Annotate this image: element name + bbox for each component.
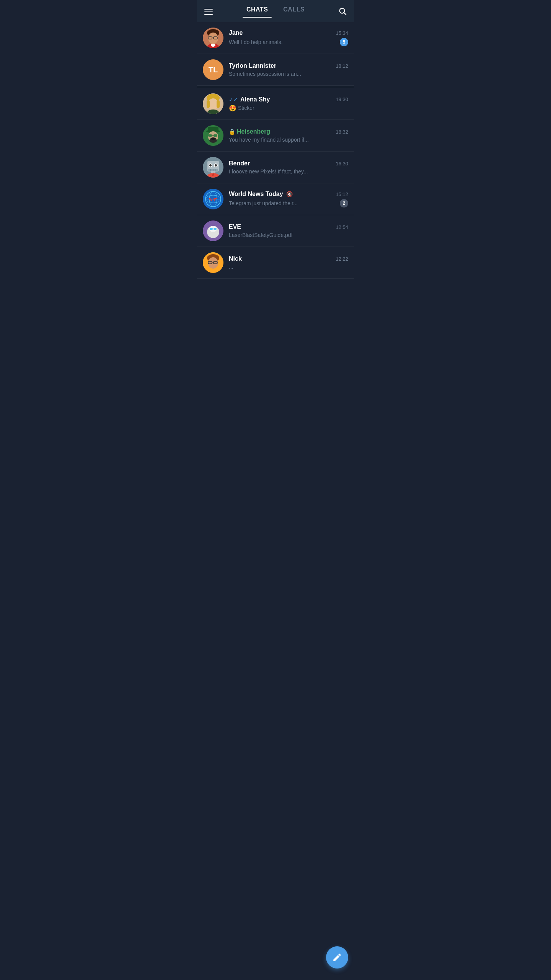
chat-item-alena[interactable]: ✓✓ Alena Shy 19:30 😍 Sticker — [197, 86, 354, 120]
svg-rect-20 — [208, 134, 212, 137]
chat-time-alena: 19:30 — [336, 96, 348, 102]
chat-name-row-jane: Jane 15:34 — [229, 29, 348, 36]
header: CHATS CALLS — [197, 0, 354, 22]
svg-point-47 — [210, 228, 213, 230]
svg-point-24 — [210, 137, 216, 140]
chat-preview-heisenberg: You have my financial support if... — [229, 137, 348, 143]
chat-content-heisenberg: 🔒 Heisenberg 18:32 You have my financial… — [229, 128, 348, 143]
badge-wnt: 2 — [340, 199, 348, 207]
chat-name-bender: Bender — [229, 160, 250, 167]
svg-point-29 — [209, 164, 212, 167]
chat-item-nick[interactable]: Nick 12:22 ... — [197, 247, 354, 279]
chat-list: Jane 15:34 Well I do help animals. 5 TL … — [197, 22, 354, 279]
chat-content-eve: EVE 12:54 LaserBlastSafetyGuide.pdf — [229, 224, 348, 238]
chat-content-nick: Nick 12:22 ... — [229, 255, 348, 270]
svg-text:WNT: WNT — [209, 198, 217, 201]
avatar-wnt: WNT — [203, 189, 223, 209]
avatar-tyrion: TL — [203, 59, 223, 80]
chat-name-jane: Jane — [229, 29, 243, 36]
chat-name-row-wnt: World News Today 🔇 15:12 — [229, 191, 348, 198]
chat-time-wnt: 15:12 — [336, 191, 348, 197]
chat-name-wrap-heisenberg: 🔒 Heisenberg — [229, 128, 270, 135]
header-top: CHATS CALLS — [204, 6, 347, 22]
badge-jane: 5 — [340, 38, 348, 46]
chat-time-eve: 12:54 — [336, 224, 348, 230]
mute-icon-wnt: 🔇 — [286, 191, 293, 197]
chat-item-bender[interactable]: Bender 16:30 I looove new Pixels! If fac… — [197, 152, 354, 183]
chat-preview-jane: Well I do help animals. — [229, 39, 337, 45]
chat-preview-row-nick: ... — [229, 264, 348, 270]
chat-preview-row-alena: 😍 Sticker — [229, 105, 348, 112]
header-tabs: CHATS CALLS — [239, 6, 312, 18]
chat-name-wrap-alena: ✓✓ Alena Shy — [229, 96, 270, 103]
chat-name-row-heisenberg: 🔒 Heisenberg 18:32 — [229, 128, 348, 135]
avatar-eve — [203, 220, 223, 241]
menu-icon[interactable] — [204, 9, 213, 15]
chat-item-jane[interactable]: Jane 15:34 Well I do help animals. 5 — [197, 22, 354, 54]
svg-rect-18 — [208, 127, 218, 132]
chat-name-tyrion: Tyrion Lannister — [229, 62, 276, 69]
chat-preview-row-heisenberg: You have my financial support if... — [229, 137, 348, 143]
chat-name-wrap-wnt: World News Today 🔇 — [229, 191, 293, 198]
chat-time-jane: 15:34 — [336, 30, 348, 36]
chat-preview-row-tyrion: Sometimes possession is an... — [229, 71, 348, 77]
svg-rect-13 — [207, 100, 210, 108]
chat-name-alena: Alena Shy — [240, 96, 270, 103]
avatar-nick — [203, 252, 223, 273]
compose-fab[interactable] — [326, 946, 348, 969]
chat-name-nick: Nick — [229, 255, 242, 262]
chat-item-heisenberg[interactable]: 🔒 Heisenberg 18:32 You have my financial… — [197, 120, 354, 152]
chat-name-row-eve: EVE 12:54 — [229, 224, 348, 230]
svg-rect-14 — [217, 100, 220, 108]
chat-preview-row-bender: I looove new Pixels! If fact, they... — [229, 168, 348, 175]
chat-name-eve: EVE — [229, 224, 241, 230]
chat-preview-bender: I looove new Pixels! If fact, they... — [229, 168, 348, 175]
double-check-alena: ✓✓ — [229, 96, 238, 103]
svg-point-9 — [211, 44, 215, 47]
chat-preview-row-jane: Well I do help animals. 5 — [229, 38, 348, 46]
chat-preview-left-alena: 😍 Sticker — [229, 105, 348, 112]
svg-point-4 — [208, 33, 218, 44]
chat-content-tyrion: Tyrion Lannister 18:12 Sometimes possess… — [229, 62, 348, 77]
chat-time-heisenberg: 18:32 — [336, 129, 348, 135]
chat-time-nick: 12:22 — [336, 256, 348, 262]
svg-rect-21 — [214, 134, 217, 137]
chat-name-wnt: World News Today — [229, 191, 283, 198]
pencil-icon — [332, 952, 342, 962]
chat-preview-nick: ... — [229, 264, 348, 270]
chat-preview-row-wnt: Telegram just updated their... 2 — [229, 199, 348, 207]
svg-point-48 — [214, 228, 217, 230]
avatar-jane — [203, 28, 223, 48]
search-button[interactable] — [338, 7, 347, 17]
chat-content-alena: ✓✓ Alena Shy 19:30 😍 Sticker — [229, 96, 348, 112]
chat-preview-eve: LaserBlastSafetyGuide.pdf — [229, 232, 348, 238]
chat-time-bender: 16:30 — [336, 161, 348, 167]
chat-preview-row-eve: LaserBlastSafetyGuide.pdf — [229, 232, 348, 238]
avatar-heisenberg — [203, 125, 223, 146]
chat-content-bender: Bender 16:30 I looove new Pixels! If fac… — [229, 160, 348, 175]
chat-name-row-bender: Bender 16:30 — [229, 160, 348, 167]
avatar-bender — [203, 157, 223, 178]
chat-time-tyrion: 18:12 — [336, 63, 348, 69]
svg-rect-49 — [212, 232, 215, 234]
tab-calls[interactable]: CALLS — [276, 6, 312, 18]
chat-item-tyrion[interactable]: TL Tyrion Lannister 18:12 Sometimes poss… — [197, 54, 354, 86]
chat-content-jane: Jane 15:34 Well I do help animals. 5 — [229, 29, 348, 46]
chat-preview-tyrion: Sometimes possession is an... — [229, 71, 348, 77]
chat-name-row-alena: ✓✓ Alena Shy 19:30 — [229, 96, 348, 103]
tab-chats[interactable]: CHATS — [239, 6, 276, 18]
chat-name-heisenberg: Heisenberg — [237, 128, 270, 135]
svg-line-1 — [344, 13, 346, 15]
chat-item-eve[interactable]: EVE 12:54 LaserBlastSafetyGuide.pdf — [197, 215, 354, 247]
chat-item-wnt[interactable]: WNT World News Today 🔇 15:12 Telegram ju… — [197, 183, 354, 215]
avatar-alena — [203, 93, 223, 114]
svg-point-52 — [208, 257, 218, 269]
chat-preview-alena: Sticker — [238, 105, 348, 111]
chat-preview-wnt: Telegram just updated their... — [229, 200, 337, 206]
chat-name-row-tyrion: Tyrion Lannister 18:12 — [229, 62, 348, 69]
sticker-emoji-alena: 😍 — [229, 105, 236, 112]
svg-point-30 — [215, 164, 217, 167]
chat-content-wnt: World News Today 🔇 15:12 Telegram just u… — [229, 191, 348, 207]
lock-icon-heisenberg: 🔒 — [229, 129, 235, 135]
chat-name-row-nick: Nick 12:22 — [229, 255, 348, 262]
